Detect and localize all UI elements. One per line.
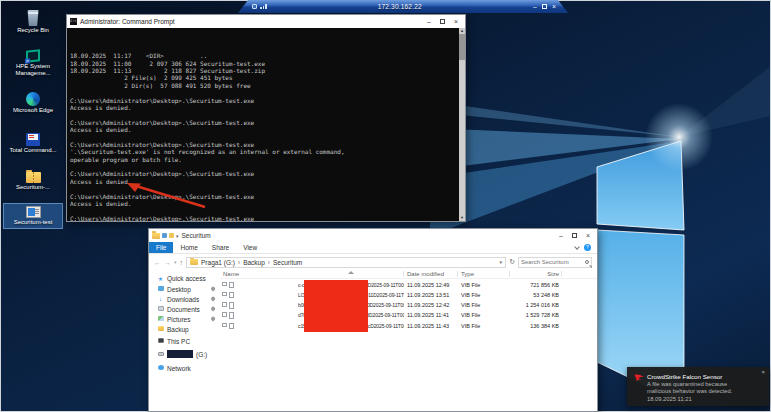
column-header-size[interactable]: Size	[513, 271, 559, 277]
explorer-title-bar[interactable]: ▾ Securitum – ×	[149, 229, 597, 242]
sidebar-item-quick-access[interactable]: ★ Quick access	[157, 273, 206, 283]
desktop-icon-hpe-system-management[interactable]: P HPE System Manageme...	[4, 50, 62, 76]
notification-body-line1: A file was quarantined because	[647, 381, 727, 387]
column-header-date[interactable]: Date modified	[407, 271, 444, 277]
crowdstrike-falcon-icon	[634, 374, 644, 383]
file-checkbox[interactable]	[222, 282, 227, 287]
explorer-maximize-button[interactable]	[572, 233, 577, 238]
rdp-restore-button[interactable]	[542, 4, 547, 9]
address-bar[interactable]: Praga1 (G:) Backup Securitum ▾	[186, 257, 506, 268]
search-input[interactable]	[521, 259, 583, 265]
cmd-title-bar[interactable]: C:\ Administrator: Command Prompt – ×	[67, 15, 465, 28]
desktop-icon-recycle-bin[interactable]: Recycle Bin	[4, 10, 62, 34]
file-checkbox[interactable]	[222, 302, 227, 307]
tab-share[interactable]: Share	[205, 242, 236, 253]
sidebar-item-this-pc[interactable]: This PC	[157, 336, 190, 346]
address-bar-row: ← → ▾ ↑ Praga1 (G:) Backup Securitum ▾ ↻	[149, 254, 597, 270]
search-icon	[585, 260, 589, 264]
file-checkbox[interactable]	[222, 292, 227, 297]
desktop-icon-label: HPE System Manageme...	[5, 63, 61, 76]
breadcrumb-drive[interactable]: Praga1 (G:)	[201, 259, 240, 266]
command-prompt-window: C:\ Administrator: Command Prompt – × 18…	[66, 14, 466, 222]
cmd-icon: C:\	[70, 18, 77, 25]
star-icon: ★	[157, 275, 164, 282]
sidebar-item-pictures[interactable]: Pictures	[157, 314, 190, 324]
file-row[interactable]: d7870cdc-0ad4-4dd5-bcda-5f053D2025-09-11…	[220, 311, 597, 321]
rdp-connection-bar[interactable]: 172.30.162.22 – ×	[238, 0, 568, 13]
desktop-icon-securitum-zip[interactable]: Securitum-...	[4, 169, 62, 191]
refresh-icon[interactable]: ↻	[509, 258, 515, 266]
console-line: C:\Users\Administrator\Desktop>.\Securit…	[70, 141, 457, 148]
cmd-close-button[interactable]: ×	[454, 18, 458, 25]
qat-properties-icon[interactable]	[162, 233, 167, 238]
column-header-name[interactable]: Name	[223, 271, 239, 277]
desktop-icon-total-commander[interactable]: Total Command...	[4, 133, 62, 154]
desktop-icon-label: Microsoft Edge	[13, 107, 53, 114]
address-dropdown-icon[interactable]: ▾	[500, 259, 503, 265]
explorer-minimize-button[interactable]: –	[559, 232, 563, 239]
sidebar-item-drive-g[interactable]: (G:)	[157, 349, 207, 359]
sidebar-item-network[interactable]: Network	[157, 363, 191, 373]
file-rows: c-ce07-4ba4-8b2a-f2b467c80fe3D2025-09-11…	[220, 280, 597, 331]
search-box[interactable]	[518, 257, 592, 268]
edge-icon	[26, 92, 40, 106]
tab-view[interactable]: View	[236, 242, 264, 253]
sidebar-item-desktop[interactable]: Desktop	[157, 284, 191, 294]
cmd-maximize-button[interactable]	[440, 19, 445, 24]
sidebar-label: Documents	[167, 306, 200, 313]
console-line	[70, 207, 457, 214]
notification-close-icon[interactable]: ×	[761, 369, 765, 375]
folder-icon	[190, 259, 198, 265]
cmd-minimize-button[interactable]: –	[427, 18, 431, 25]
sidebar-item-downloads[interactable]: ↓ Downloads	[157, 294, 199, 304]
console-line: operable program or batch file.	[70, 156, 457, 163]
explorer-body: ★ Quick access Desktop ↓ Downloads Docum…	[149, 270, 597, 411]
console-output[interactable]: 18.09.2025 11:17 <DIR> ..18.09.2025 11:0…	[67, 28, 465, 221]
ribbon-expand-icon[interactable]	[574, 244, 580, 250]
qat-newfolder-icon[interactable]	[169, 233, 174, 238]
console-line	[70, 134, 457, 141]
download-icon: ↓	[157, 296, 164, 302]
console-lines: 18.09.2025 11:17 <DIR> ..18.09.2025 11:0…	[70, 30, 457, 221]
scroll-down-icon[interactable]: ▼	[459, 215, 465, 221]
file-size: 53 248 KB	[475, 292, 559, 298]
sidebar-item-backup[interactable]: Backup	[157, 324, 189, 334]
document-icon	[158, 306, 164, 311]
total-commander-icon	[26, 133, 40, 146]
desktop-icon-microsoft-edge[interactable]: Microsoft Edge	[4, 92, 62, 114]
explorer-close-button[interactable]: ×	[586, 232, 590, 239]
file-row[interactable]: LONJ5000ec0-a8f3-44cd-b96d-911D2025-09-1…	[220, 290, 597, 300]
crowdstrike-notification[interactable]: CrowdStrike Falcon Sensor A file was qua…	[627, 367, 769, 406]
help-icon[interactable]: ?	[584, 244, 591, 251]
tab-file[interactable]: File	[149, 242, 173, 253]
scrollbar-thumb[interactable]	[459, 34, 465, 60]
sidebar-item-documents[interactable]: Documents	[157, 304, 200, 314]
file-row[interactable]: c15-ec82-45d2-8614-d0bcb1025cD2025-09-11…	[220, 321, 597, 331]
sidebar-label: Desktop	[167, 286, 191, 293]
breadcrumb: Praga1 (G:) Backup Securitum	[201, 259, 305, 266]
pin-icon[interactable]	[252, 4, 257, 9]
rdp-minimize-button[interactable]: –	[533, 3, 537, 10]
rdp-close-button[interactable]: ×	[552, 3, 556, 10]
sidebar-label: (G:)	[196, 351, 207, 358]
file-row[interactable]: c-ce07-4ba4-8b2a-f2b467c80fe3D2025-09-11…	[220, 280, 597, 290]
recent-dropdown-icon[interactable]: ▾	[174, 259, 177, 265]
tab-home[interactable]: Home	[173, 242, 204, 253]
file-checkbox[interactable]	[222, 323, 227, 328]
file-size: 136 384 KB	[475, 323, 559, 329]
file-row[interactable]: b00c4-80e7-440f-9163-9040a6a0D2025-09-11…	[220, 301, 597, 311]
back-icon[interactable]: ←	[154, 259, 161, 266]
up-icon[interactable]: ↑	[180, 259, 184, 266]
forward-icon[interactable]: →	[164, 259, 171, 266]
notification-body-line2: malicious behavior was detected.	[647, 388, 732, 394]
breadcrumb-backup[interactable]: Backup	[243, 259, 270, 266]
column-header-type[interactable]: Type	[461, 271, 474, 277]
breadcrumb-securitum[interactable]: Securitum	[273, 259, 305, 266]
desktop-icon-securitum-test[interactable]: Securitum-test	[4, 204, 62, 228]
console-scrollbar[interactable]: ▲ ▼	[459, 28, 465, 221]
cmd-window-title: Administrator: Command Prompt	[80, 18, 175, 25]
console-line: '.\Securitum-test.exe' is not recognized…	[70, 148, 457, 155]
file-date-modified: 11.09.2025 12:42	[407, 302, 449, 308]
file-checkbox[interactable]	[222, 312, 227, 317]
qat-dropdown-icon[interactable]: ▾	[176, 233, 179, 239]
